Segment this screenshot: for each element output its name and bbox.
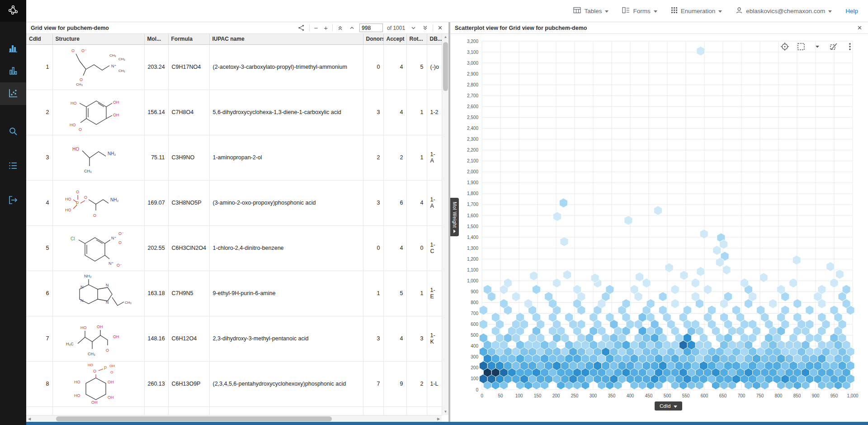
x-axis-field-button[interactable]: CdId xyxy=(655,401,682,411)
cell-mol-weight[interactable]: 169.07 xyxy=(144,180,168,225)
hex-bin[interactable] xyxy=(769,299,777,309)
hex-bin[interactable] xyxy=(659,292,667,301)
cell-cdid[interactable]: 7 xyxy=(26,316,52,361)
table-row[interactable]: 5ClN⁺O⁻ON⁺O⁻202.55C6H3ClN2O41-chloro-2,4… xyxy=(26,225,442,271)
sidebar-item-histogram-view[interactable] xyxy=(0,37,26,60)
forms-menu[interactable]: Forms xyxy=(622,7,657,15)
hex-bin[interactable] xyxy=(793,255,801,265)
previous-record-button[interactable] xyxy=(348,24,356,31)
hex-bin[interactable] xyxy=(559,198,567,208)
cell-cdid[interactable]: 3 xyxy=(26,135,52,180)
table-row[interactable]: 3HONH₂CH₃75.11C3H9NO1-aminopropan-2-ol22… xyxy=(26,135,442,180)
table-row[interactable]: 2HOOHOHHOO156.14C7H8O45,6-dihydroxycyclo… xyxy=(26,90,442,135)
record-number-input[interactable] xyxy=(359,24,383,32)
hex-bin[interactable] xyxy=(530,271,538,281)
column-header-formula[interactable]: Formula xyxy=(168,34,209,44)
column-header-donors[interactable]: Donors xyxy=(363,34,383,44)
cell-donors[interactable]: 3 xyxy=(363,90,383,135)
cell-cdid[interactable]: 5 xyxy=(26,225,52,271)
clear-selection-button[interactable] xyxy=(828,41,839,52)
cell-acceptors[interactable]: 5 xyxy=(383,271,406,316)
cell-iupac-name[interactable]: (3-amino-2-oxo-propoxy)phosphonic acid xyxy=(209,180,363,225)
hex-bin[interactable] xyxy=(697,46,705,56)
cell-acceptors[interactable]: 4 xyxy=(383,316,406,361)
cell-mol-weight[interactable]: 75.11 xyxy=(144,135,168,180)
zoom-to-fit-button[interactable] xyxy=(779,41,790,52)
sidebar-item-search[interactable] xyxy=(0,120,26,143)
cell-formula[interactable]: C6H13O9P xyxy=(168,361,209,406)
cell-mol-weight[interactable]: 156.14 xyxy=(144,90,168,135)
hex-bin[interactable] xyxy=(533,285,541,294)
cell-structure[interactable]: HOOHOHHOO xyxy=(52,90,144,135)
cell-rotatable[interactable]: 1 xyxy=(406,90,427,135)
cell-acceptors[interactable]: 4 xyxy=(383,90,406,135)
column-header-mol[interactable]: Mol... xyxy=(144,34,168,44)
close-grid-view-button[interactable]: ✕ xyxy=(436,24,444,31)
box-select-button[interactable] xyxy=(796,41,807,52)
column-header-structure[interactable]: Structure xyxy=(52,34,144,44)
cell-structure[interactable]: OO⁻ON⁺CH₃CH₃CH₃CH₃ xyxy=(52,44,144,90)
cell-formula[interactable]: C7H9N5 xyxy=(168,271,209,316)
cell-rotatable[interactable]: 1 xyxy=(406,271,427,316)
next-record-button[interactable] xyxy=(409,24,418,31)
cell-donors[interactable]: 0 xyxy=(363,225,383,271)
app-logo[interactable] xyxy=(0,0,26,22)
hex-bin[interactable] xyxy=(636,272,644,282)
hex-bin[interactable] xyxy=(624,215,632,225)
cell-cdid[interactable]: 1 xyxy=(26,44,52,90)
cell-acceptors[interactable]: 6 xyxy=(383,180,406,225)
last-record-button[interactable] xyxy=(421,24,429,31)
table-row[interactable]: 6NNNNNH₂CH₃163.18C7H9N59-ethyl-9H-purin-… xyxy=(26,271,442,316)
close-scatterplot-button[interactable]: ✕ xyxy=(856,24,863,31)
hex-bin[interactable] xyxy=(691,278,699,288)
cell-structure[interactable]: H₃CHOOHOHOCH₃ xyxy=(52,316,144,361)
table-row[interactable]: 8HOHOOHOHOHOPOHOHO260.13C6H13O9P(2,3,4,5… xyxy=(26,361,442,406)
cell-iupac-name[interactable]: 1-aminopropan-2-ol xyxy=(209,135,363,180)
cell-mol-weight[interactable]: 203.24 xyxy=(144,44,168,90)
cell-iupac-name[interactable]: (2-acetoxy-3-carboxylato-propyl)-trimeth… xyxy=(209,44,363,90)
hex-bin[interactable] xyxy=(835,270,844,279)
y-axis-field-button[interactable]: Mol Weight xyxy=(450,198,459,236)
scroll-left-icon[interactable]: ◀ xyxy=(26,415,33,422)
cell-mol-weight[interactable]: 260.13 xyxy=(144,361,168,406)
scroll-up-icon[interactable]: ▲ xyxy=(442,34,448,40)
cell-iupac-name[interactable]: 1-chloro-2,4-dinitro-benzene xyxy=(209,225,363,271)
hex-bin[interactable] xyxy=(697,267,705,277)
cell-rotatable[interactable]: 2 xyxy=(406,361,427,406)
cell-cdid[interactable]: 2 xyxy=(26,90,52,135)
cell-donors[interactable]: 2 xyxy=(363,135,383,180)
cell-formula[interactable]: C3H8NO5P xyxy=(168,180,209,225)
table-row[interactable]: 4PHOHOOOONH₂169.07C3H8NO5P(3-amino-2-oxo… xyxy=(26,180,442,225)
tables-menu[interactable]: Tables xyxy=(573,7,609,15)
column-header-accept[interactable]: Accept xyxy=(383,34,406,44)
cell-structure[interactable]: ClN⁺O⁻ON⁺O⁻ xyxy=(52,225,144,271)
sidebar-item-list-view[interactable] xyxy=(0,155,26,177)
cell-db[interactable]: (-)o xyxy=(427,44,442,90)
hex-bin[interactable] xyxy=(553,278,561,288)
hex-bin[interactable] xyxy=(665,263,673,272)
cell-mol-weight[interactable]: 163.18 xyxy=(144,271,168,316)
cell-donors[interactable]: 3 xyxy=(363,180,383,225)
cell-formula[interactable]: C6H3ClN2O4 xyxy=(168,225,209,271)
sidebar-item-export[interactable] xyxy=(0,189,26,212)
cell-structure[interactable]: PHOHOOOONH₂ xyxy=(52,180,144,225)
hex-bin[interactable] xyxy=(830,278,838,288)
hex-bin[interactable] xyxy=(479,320,487,329)
cell-formula[interactable]: C9H17NO4 xyxy=(168,44,209,90)
hex-bin[interactable] xyxy=(789,278,797,288)
sidebar-item-scatterplot-view[interactable] xyxy=(0,82,26,105)
zoom-in-button[interactable]: + xyxy=(322,24,329,32)
cell-db[interactable]: 1-A xyxy=(427,180,442,225)
cell-rotatable[interactable]: 3 xyxy=(406,316,427,361)
table-row-partial[interactable] xyxy=(26,406,442,415)
column-header-cdid[interactable]: CdId xyxy=(26,34,52,44)
table-row[interactable]: 7H₃CHOOHOHOCH₃148.16C6H12O42,3-dihydroxy… xyxy=(26,316,442,361)
horizontal-scrollbar-thumb[interactable] xyxy=(56,416,332,421)
column-header-iupac-name[interactable]: IUPAC name xyxy=(209,34,363,44)
cell-formula[interactable]: C3H9NO xyxy=(168,135,209,180)
hex-bin[interactable] xyxy=(671,285,679,294)
hex-bin[interactable] xyxy=(722,265,731,275)
cell-donors[interactable]: 0 xyxy=(363,44,383,90)
enumeration-menu[interactable]: Enumeration xyxy=(671,7,722,15)
first-record-button[interactable] xyxy=(336,24,344,31)
